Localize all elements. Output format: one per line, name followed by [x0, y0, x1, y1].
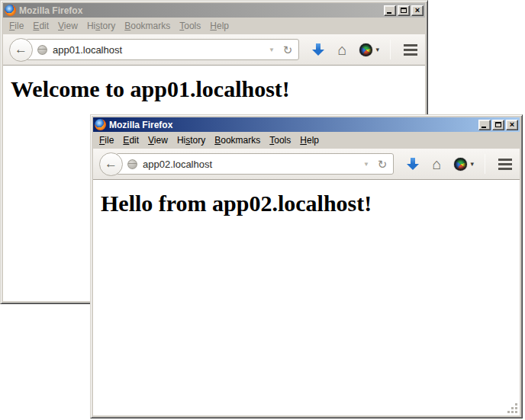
url-input[interactable]: app01.localhost [53, 44, 262, 56]
colorwheel-icon [454, 158, 467, 171]
menu-item-edit[interactable]: Edit [118, 133, 143, 148]
window-title: Mozilla Firefox [109, 120, 172, 130]
menu-item-text: Hi [87, 21, 95, 31]
globe-icon [127, 159, 137, 169]
menu-item-bookmarks[interactable]: Bookmarks [120, 18, 175, 34]
menu-item-key: H [300, 135, 307, 146]
menu-item-text: tory [100, 21, 115, 31]
minimize-icon [482, 127, 486, 128]
home-icon: ⌂ [432, 156, 441, 172]
menu-item-bookmarks[interactable]: Bookmarks [210, 133, 265, 148]
page-content: Hello from app02.localhost! [93, 180, 520, 415]
minimize-button[interactable] [384, 5, 396, 16]
minimize-icon [387, 12, 391, 14]
menu-item-text: ile [14, 21, 24, 31]
reload-icon: ↻ [283, 43, 293, 56]
globe-icon [37, 45, 47, 55]
close-icon: × [510, 120, 514, 129]
menu-item-history[interactable]: History [82, 18, 120, 34]
home-button[interactable]: ⌂ [432, 156, 441, 172]
download-icon [407, 158, 419, 171]
menu-item-tools[interactable]: Tools [175, 18, 205, 34]
firefox-icon [95, 119, 106, 130]
downloads-button[interactable] [312, 43, 324, 56]
maximize-icon [495, 122, 501, 127]
url-bar[interactable]: app01.localhost ▼ ↻ [26, 39, 299, 60]
menu-item-view[interactable]: View [143, 133, 172, 148]
maximize-button[interactable] [492, 120, 504, 130]
maximize-button[interactable] [398, 5, 410, 16]
colorwheel-icon [359, 43, 372, 56]
menu-item-text: ools [274, 135, 291, 146]
menu-item-text: dit [39, 21, 49, 31]
hamburger-icon [404, 44, 417, 56]
back-button[interactable]: ← [9, 38, 33, 62]
menu-button[interactable] [498, 159, 512, 170]
page-heading: Welcome to app01.localhost! [11, 76, 425, 102]
firefox-colorwheel-button[interactable]: ▾ [359, 43, 379, 56]
url-history-dropdown-button[interactable]: ▼ [267, 46, 276, 53]
firefox-colorwheel-button[interactable]: ▾ [454, 158, 474, 171]
toolbar-separator [485, 154, 485, 174]
menu-item-text: tory [190, 135, 205, 146]
menu-item-text: ookmarks [130, 21, 170, 31]
downloads-button[interactable] [407, 158, 419, 171]
chevron-down-icon: ▼ [269, 46, 275, 53]
window-title: Mozilla Firefox [19, 5, 82, 16]
reload-button[interactable]: ↻ [282, 44, 295, 56]
home-button[interactable]: ⌂ [337, 42, 346, 57]
menu-item-tools[interactable]: Tools [265, 133, 295, 148]
home-icon: ⌂ [337, 42, 346, 57]
reload-button[interactable]: ↻ [376, 159, 389, 170]
menu-item-view[interactable]: View [53, 18, 82, 34]
url-input[interactable]: app02.localhost [143, 159, 356, 170]
menubar: File Edit View History Bookmarks Tools H… [93, 132, 520, 149]
browser-window-app02: Mozilla Firefox × File Edit View History… [90, 114, 523, 418]
navigation-toolbar: ← app01.localhost ▼ ↻ ⌂ ▾ [3, 34, 425, 66]
menu-item-text: iew [64, 21, 78, 31]
menu-item-text: ools [184, 21, 201, 31]
titlebar[interactable]: Mozilla Firefox × [3, 3, 425, 18]
menu-item-file[interactable]: File [5, 18, 28, 34]
window-controls: × [384, 5, 424, 16]
back-icon: ← [14, 43, 27, 56]
menubar: File Edit View History Bookmarks Tools H… [3, 18, 425, 34]
menu-item-text: ile [105, 135, 114, 146]
menu-item-help[interactable]: Help [295, 133, 324, 148]
menu-item-key: V [58, 21, 64, 31]
resize-grip[interactable] [507, 403, 518, 414]
menu-item-edit[interactable]: Edit [28, 18, 53, 34]
url-bar[interactable]: app02.localhost ▼ ↻ [116, 153, 394, 175]
toolbar-separator [390, 40, 391, 59]
menu-item-text: elp [217, 21, 229, 31]
firefox-icon [5, 5, 16, 16]
back-button[interactable]: ← [99, 152, 123, 176]
desktop: { "icons": { "back": "←", "reload": "↻",… [0, 0, 525, 420]
hamburger-icon [498, 159, 512, 170]
minimize-button[interactable] [478, 120, 491, 130]
close-button[interactable]: × [411, 5, 424, 16]
maximize-icon [401, 8, 407, 13]
menu-item-key: H [210, 21, 217, 31]
close-button[interactable]: × [506, 120, 518, 130]
menu-item-help[interactable]: Help [205, 18, 234, 34]
menu-item-text: iew [154, 135, 168, 146]
url-history-dropdown-button[interactable]: ▼ [362, 161, 371, 168]
menu-button[interactable] [404, 44, 417, 56]
window-controls: × [478, 120, 518, 130]
chevron-down-icon: ▼ [363, 161, 369, 168]
menu-item-history[interactable]: History [172, 133, 210, 148]
menu-item-text: dit [129, 135, 139, 146]
page-heading: Hello from app02.localhost! [101, 191, 520, 216]
menu-item-text: elp [307, 135, 319, 146]
menu-item-file[interactable]: File [95, 133, 118, 148]
menu-item-text: ookmarks [221, 135, 260, 146]
navigation-toolbar: ← app02.localhost ▼ ↻ ⌂ ▾ [93, 149, 520, 180]
titlebar[interactable]: Mozilla Firefox × [93, 117, 520, 132]
chevron-down-icon: ▾ [470, 160, 474, 168]
back-icon: ← [105, 157, 118, 170]
reload-icon: ↻ [378, 158, 388, 171]
chevron-down-icon: ▾ [375, 46, 379, 53]
menu-item-key: V [148, 135, 154, 146]
close-icon: × [415, 6, 420, 14]
